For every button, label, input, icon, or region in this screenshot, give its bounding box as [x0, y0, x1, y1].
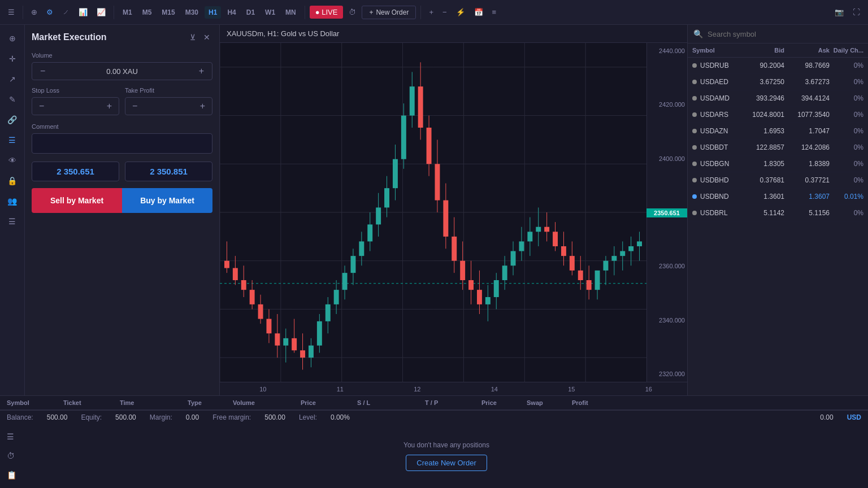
- properties-btn[interactable]: ≡: [489, 6, 500, 19]
- sl-decrease-btn[interactable]: −: [38, 101, 45, 111]
- sidebar-icon-eye[interactable]: 👁: [3, 151, 21, 169]
- crosshair-tool[interactable]: ⊕: [28, 6, 41, 19]
- screenshot-btn[interactable]: 📷: [831, 6, 847, 19]
- timeframe-m5[interactable]: M5: [138, 6, 156, 19]
- symbol-row-usdrub[interactable]: USDRUB 90.2004 98.7669 0%: [688, 58, 868, 74]
- bottom-clipboard-icon[interactable]: 📋: [5, 468, 20, 482]
- positions-empty: You don't have any positions Create New …: [25, 424, 868, 488]
- chart-body[interactable]: 2440.000 2420.000 2400.000 2380.000 2360…: [220, 43, 687, 382]
- sidebar-icon-users[interactable]: 👥: [3, 192, 21, 210]
- symbol-row-usdbdt[interactable]: USDBDT 122.8857 124.2086 0%: [688, 140, 868, 156]
- timeframe-d1[interactable]: D1: [242, 6, 259, 19]
- col-ticket-header: Ticket: [63, 399, 120, 406]
- sl-increase-btn[interactable]: +: [106, 101, 113, 111]
- bottom-left-icons: ☰ ⏱ 📋: [0, 424, 25, 487]
- panel-close-btn[interactable]: ✕: [201, 32, 212, 43]
- timeframe-mn[interactable]: MN: [281, 6, 300, 19]
- symbol-row-usdbnd[interactable]: USDBND 1.3601 1.3607 0.01%: [688, 189, 868, 205]
- calendar-btn[interactable]: 📅: [471, 6, 487, 19]
- search-input[interactable]: [708, 30, 862, 38]
- time-scale: 10 11 12 14 15 16: [220, 382, 687, 395]
- sidebar-icon-arrow[interactable]: ↗: [3, 70, 21, 88]
- bottom-clock-icon[interactable]: ⏱: [5, 449, 20, 463]
- dot-usdbnd: [692, 194, 697, 199]
- timeframe-w1[interactable]: W1: [261, 6, 279, 19]
- fullscreen-btn[interactable]: ⛶: [849, 6, 863, 19]
- dot-usdars: [692, 112, 697, 117]
- tp-increase-btn[interactable]: +: [199, 101, 206, 111]
- stop-loss-input: − +: [32, 97, 119, 115]
- chart-container: XAUUSDm, H1: Gold vs US Dollar 2440.000 …: [220, 25, 687, 395]
- symbol-row-usdars[interactable]: USDARS 1024.8001 1077.3540 0%: [688, 107, 868, 123]
- sidebar-icon-link[interactable]: 🔗: [3, 111, 21, 129]
- bottom-section: Symbol Ticket Time Type Volume Price S /…: [0, 395, 868, 488]
- live-indicator[interactable]: ● LIVE: [310, 6, 344, 19]
- currency-label: USD: [847, 413, 861, 421]
- col-profit-header: Profit: [572, 399, 861, 406]
- col-tp-header: T / P: [425, 399, 481, 406]
- col-bid: Bid: [739, 47, 784, 54]
- col-symbol-header: Symbol: [7, 399, 63, 406]
- volume-decrease-btn[interactable]: −: [38, 66, 47, 76]
- divider-4: [420, 6, 421, 19]
- sidebar-icon-list[interactable]: ☰: [3, 131, 21, 149]
- auto-scale-btn[interactable]: ⚡: [453, 6, 468, 19]
- dot-usdazn: [692, 129, 697, 133]
- timeframe-m1[interactable]: M1: [119, 6, 136, 19]
- symbol-row-usdamd[interactable]: USDAMD 393.2946 394.4124 0%: [688, 90, 868, 107]
- balance-label: Balance:: [7, 413, 33, 421]
- buy-by-market-button[interactable]: Buy by Market: [122, 188, 212, 213]
- timeframe-m15[interactable]: M15: [158, 6, 179, 19]
- symbol-row-usdaed[interactable]: USDAED 3.67250 3.67273 0%: [688, 74, 868, 90]
- comment-input[interactable]: [32, 133, 212, 154]
- dot-usdrub: [692, 63, 697, 68]
- search-bar: 🔍: [688, 25, 868, 43]
- new-order-label: New Order: [376, 8, 409, 16]
- candlestick-tool[interactable]: 📈: [93, 6, 109, 19]
- sidebar-icon-lock[interactable]: 🔒: [3, 172, 21, 190]
- sidebar-icon-pencil[interactable]: ✎: [3, 90, 21, 108]
- tp-decrease-btn[interactable]: −: [131, 101, 138, 111]
- create-new-order-button[interactable]: Create New Order: [406, 455, 487, 471]
- equity-value: 500.00: [115, 413, 136, 421]
- free-margin-label: Free margin:: [212, 413, 251, 421]
- ask-price-box: 2 350.851: [125, 162, 212, 181]
- symbol-row-usdazn[interactable]: USDAZN 1.6953 1.7047 0%: [688, 123, 868, 140]
- sidebar-icon-crosshair[interactable]: ⊕: [3, 29, 21, 47]
- take-profit-label: Take Profit: [125, 87, 212, 94]
- margin-label: Margin:: [150, 413, 172, 421]
- level-value: 0.00%: [331, 413, 350, 421]
- divider-2: [114, 6, 114, 19]
- sidebar-icon-add[interactable]: ✛: [3, 50, 21, 68]
- level-label: Level:: [299, 413, 317, 421]
- symbol-row-usdbhd[interactable]: USDBHD 0.37681 0.37721 0%: [688, 172, 868, 189]
- timeframe-m30[interactable]: M30: [181, 6, 202, 19]
- ask-price-value: 2 350.851: [150, 167, 188, 176]
- col-change: Daily Ch...: [830, 47, 863, 54]
- symbol-row-usdbrl[interactable]: USDBRL 5.1142 5.1156 0%: [688, 205, 868, 221]
- chart-title: XAUUSDm, H1: Gold vs US Dollar: [220, 25, 687, 43]
- clock-btn[interactable]: ⏱: [345, 6, 359, 19]
- price-2440: 2440.000: [649, 47, 685, 54]
- bottom-list-icon[interactable]: ☰: [5, 430, 20, 443]
- zoom-in-btn[interactable]: +: [426, 6, 437, 19]
- menu-button[interactable]: ☰: [5, 6, 18, 19]
- divider-3: [305, 6, 305, 19]
- panel-expand-btn[interactable]: ⊻: [188, 32, 198, 43]
- symbol-table-header: Symbol Bid Ask Daily Ch...: [688, 43, 868, 58]
- zoom-out-btn[interactable]: −: [439, 6, 450, 19]
- line-tool[interactable]: ⟋: [59, 6, 73, 19]
- dot-usdbrl: [692, 211, 697, 215]
- divider-1: [23, 6, 23, 19]
- volume-increase-btn[interactable]: +: [197, 66, 206, 76]
- bar-chart-tool[interactable]: 📊: [75, 6, 91, 19]
- indicator-tool[interactable]: ⚙: [43, 6, 57, 19]
- symbol-row-usdbgn[interactable]: USDBGN 1.8305 1.8389 0%: [688, 156, 868, 172]
- time-12: 12: [379, 386, 456, 393]
- sidebar-icon-menu[interactable]: ☰: [3, 212, 21, 230]
- new-order-button[interactable]: + New Order: [362, 6, 416, 19]
- trade-btn-row: Sell by Market Buy by Market: [32, 188, 212, 213]
- sell-by-market-button[interactable]: Sell by Market: [32, 188, 122, 213]
- timeframe-h4[interactable]: H4: [223, 6, 240, 19]
- timeframe-h1[interactable]: H1: [205, 6, 221, 19]
